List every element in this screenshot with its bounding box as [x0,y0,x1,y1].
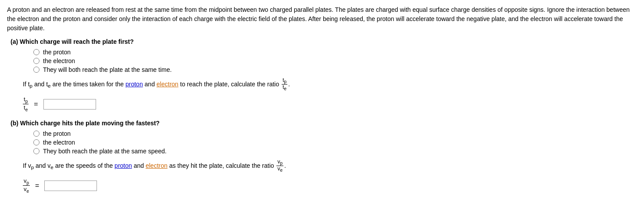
part-b-label-proton: the proton [43,130,71,137]
part-b-label-electron: the electron [43,139,75,146]
part-a-label-same-time: They will both reach the plate at the sa… [43,66,172,73]
part-b-radio-proton[interactable] [33,131,39,137]
part-a-fraction-label: tp te [23,96,29,113]
part-a-ratio-input[interactable] [43,99,96,110]
part-a-option-1: the proton [33,49,637,56]
v-p-sub-inline: p [31,164,34,170]
part-a-if-statement: If tp and te are the times taken for the… [23,78,637,92]
part-a-option-3: They will both reach the plate at the sa… [33,66,637,73]
part-a-option-2: the electron [33,57,637,64]
electron-label-b: electron [146,162,168,169]
part-b-option-3: They both reach the plate at the same sp… [33,148,637,155]
part-a-radio-same-time[interactable] [33,67,39,73]
part-a-question: (a) Which charge will reach the plate fi… [11,38,637,45]
part-b-option-2: the electron [33,139,637,146]
part-a-label-proton: the proton [43,49,71,56]
part-a-ratio-line: tp te = [23,96,637,113]
inline-ratio-a: tp te [282,78,287,92]
t-e-sub-inline: e [48,83,50,88]
proton-label-a: proton [125,81,143,88]
part-a-options: the proton the electron They will both r… [33,49,637,73]
part-b-if-statement: If vp and ve are the speeds of the proto… [23,159,637,173]
part-b-ratio-input[interactable] [44,181,97,191]
part-b-label-same-speed: They both reach the plate at the same sp… [43,148,167,155]
section-a: (a) Which charge will reach the plate fi… [7,38,637,113]
electron-label-a: electron [157,81,179,88]
v-e-sub-inline: e [50,164,53,170]
part-b-options: the proton the electron They both reach … [33,130,637,155]
part-b-ratio-line: vp ve = [23,177,637,194]
part-a-equals: = [34,100,38,108]
inline-ratio-b: vp ve [276,159,283,173]
part-b-question: (b) Which charge hits the plate moving t… [11,120,637,127]
proton-label-b: proton [114,162,132,169]
part-b-radio-electron[interactable] [33,139,39,145]
part-a-label-electron: the electron [43,57,75,64]
section-b: (b) Which charge hits the plate moving t… [7,120,637,194]
part-a-radio-proton[interactable] [33,49,39,55]
part-a-radio-electron[interactable] [33,58,39,64]
part-b-equals: = [35,182,39,190]
part-b-option-1: the proton [33,130,637,137]
t-p-sub-inline: p [30,83,32,88]
intro-paragraph: A proton and an electron are released fr… [7,5,637,33]
part-b-radio-same-speed[interactable] [33,148,39,154]
part-b-fraction-label: vp ve [23,177,30,194]
